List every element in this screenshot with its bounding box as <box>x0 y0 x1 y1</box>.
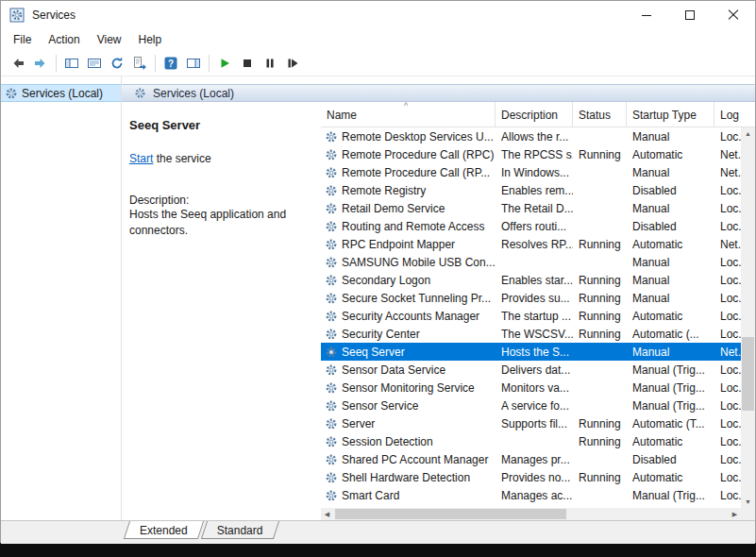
table-row[interactable]: Remote Desktop Services U... Allows the … <box>321 127 741 145</box>
menu-view[interactable]: View <box>89 31 130 48</box>
table-row[interactable]: Retail Demo Service The Retail D... Manu… <box>321 199 741 217</box>
service-logon-cell: Loc... <box>714 486 741 504</box>
service-name: Remote Desktop Services U... <box>342 130 494 143</box>
table-row[interactable]: Security Center The WSCSV... Running Aut… <box>321 325 741 343</box>
pause-service-button[interactable] <box>259 52 281 75</box>
sort-ascending-icon: ^ <box>404 102 408 110</box>
scroll-right-icon[interactable]: ▶ <box>729 508 741 520</box>
stop-service-button[interactable] <box>236 52 259 75</box>
service-startup-type-cell: Manual (Trig... <box>627 379 714 397</box>
service-gear-icon <box>325 346 338 359</box>
service-logon-cell: Loc... <box>714 468 741 486</box>
column-header-status[interactable]: Status <box>573 102 627 127</box>
table-header: ^ Name Description Status Startup Type L… <box>321 102 755 127</box>
service-name: Security Center <box>342 328 420 341</box>
service-name: Remote Registry <box>342 184 426 197</box>
service-description-cell: Supports fil... <box>496 414 573 432</box>
scroll-left-icon[interactable]: ◀ <box>321 508 333 520</box>
export-list-button[interactable] <box>128 52 151 75</box>
column-header-startup-type[interactable]: Startup Type <box>627 102 714 127</box>
menu-file[interactable]: File <box>5 31 40 48</box>
refresh-button[interactable] <box>106 52 128 75</box>
service-logon-cell: Loc... <box>714 397 741 414</box>
service-gear-icon <box>325 310 338 323</box>
service-status-cell <box>573 127 627 145</box>
toolbar-separator <box>155 55 156 72</box>
export-list-icon <box>132 56 147 71</box>
column-header-description[interactable]: Description <box>496 102 573 127</box>
scroll-up-icon[interactable]: ▲ <box>741 127 755 140</box>
minimize-button[interactable] <box>625 1 668 29</box>
service-description-cell: Delivers dat... <box>496 361 573 379</box>
table-row[interactable]: Secure Socket Tunneling Pr... Provides s… <box>321 289 741 307</box>
service-status-cell <box>573 181 627 199</box>
service-startup-type-cell: Manual <box>627 271 714 289</box>
service-gear-icon <box>325 274 338 287</box>
table-row[interactable]: Session Detection Running Automatic Loc.… <box>321 432 741 450</box>
forward-button[interactable] <box>29 52 52 75</box>
table-row[interactable]: Sensor Data Service Delivers dat... Manu… <box>321 361 741 379</box>
horizontal-scroll-thumb[interactable] <box>335 509 566 519</box>
restart-service-button[interactable] <box>281 52 304 75</box>
maximize-button[interactable] <box>668 1 712 29</box>
menu-action[interactable]: Action <box>40 31 88 48</box>
service-description-cell: The startup ... <box>496 307 573 325</box>
table-row[interactable]: Shared PC Account Manager Manages pr... … <box>321 450 741 468</box>
table-row[interactable]: RPC Endpoint Mapper Resolves RP... Runni… <box>321 235 741 253</box>
tree-item-services-local[interactable]: Services (Local) <box>1 84 121 102</box>
help-button[interactable]: ? <box>160 52 182 75</box>
table-row[interactable]: SAMSUNG Mobile USB Con... Manual Loc... <box>321 253 741 271</box>
table-row[interactable]: Sensor Monitoring Service Monitors va...… <box>321 379 741 397</box>
vertical-scrollbar[interactable]: ▲ ▼ <box>741 127 755 508</box>
table-row[interactable]: Remote Procedure Call (RP... In Windows.… <box>321 163 741 181</box>
pane-header: Services (Local) <box>122 84 755 102</box>
scroll-down-icon[interactable]: ▼ <box>741 496 755 508</box>
console-tree-button[interactable] <box>60 52 83 75</box>
service-gear-icon <box>325 184 338 197</box>
back-button[interactable] <box>7 52 29 75</box>
service-logon-cell: Loc... <box>714 450 741 468</box>
service-detail-panel: Seeq Server Start the service Descriptio… <box>122 102 321 520</box>
table-row[interactable]: Smart Card Manages ac... Manual (Trig...… <box>321 486 741 504</box>
service-status-cell <box>573 397 627 414</box>
table-row[interactable]: Routing and Remote Access Offers routi..… <box>321 217 741 235</box>
service-description-cell: A service fo... <box>496 397 573 414</box>
forward-icon <box>33 56 48 71</box>
service-description-cell <box>496 432 573 450</box>
table-row[interactable]: Server Supports fil... Running Automatic… <box>321 414 741 432</box>
tab-extended[interactable]: Extended <box>126 521 201 539</box>
properties-button[interactable] <box>83 52 106 75</box>
tree-item-label: Services (Local) <box>22 87 103 100</box>
column-header-name[interactable]: Name <box>321 102 496 127</box>
service-description-cell: Allows the r... <box>496 127 573 145</box>
service-startup-type-cell: Automatic <box>627 235 714 253</box>
title-bar: Services <box>1 1 755 29</box>
vertical-scroll-thumb[interactable] <box>742 337 754 411</box>
service-startup-type-cell: Automatic <box>627 468 714 486</box>
refresh-icon <box>109 56 125 71</box>
action-pane-button[interactable] <box>182 52 205 75</box>
service-description-cell: Enables star... <box>496 271 573 289</box>
table-row[interactable]: Security Accounts Manager The startup ..… <box>321 307 741 325</box>
column-header-logon[interactable]: Log <box>714 102 741 127</box>
tab-standard[interactable]: Standard <box>204 521 277 539</box>
service-name: Remote Procedure Call (RP... <box>342 166 490 179</box>
table-row[interactable]: Secondary Logon Enables star... Running … <box>321 271 741 289</box>
table-row[interactable]: Shell Hardware Detection Provides no... … <box>321 468 741 486</box>
service-name: Server <box>342 417 375 430</box>
start-service-button[interactable] <box>213 52 236 75</box>
horizontal-scrollbar[interactable]: ◀ ▶ <box>321 508 741 520</box>
start-service-link[interactable]: Start <box>129 152 153 165</box>
close-button[interactable] <box>712 1 755 29</box>
service-gear-icon <box>325 471 338 484</box>
table-row[interactable]: Remote Procedure Call (RPC) The RPCSS s.… <box>321 145 741 163</box>
toolbar-separator <box>56 55 57 72</box>
table-row[interactable]: Seeq Server Hosts the S... Manual Net... <box>321 343 741 361</box>
service-name: Session Detection <box>342 435 433 448</box>
menu-help[interactable]: Help <box>130 31 171 48</box>
table-row[interactable]: Sensor Service A service fo... Manual (T… <box>321 397 741 414</box>
service-logon-cell: Loc... <box>714 325 741 343</box>
service-logon-cell: Loc... <box>714 271 741 289</box>
action-pane-icon <box>186 56 201 71</box>
table-row[interactable]: Remote Registry Enables rem... Disabled … <box>321 181 741 199</box>
